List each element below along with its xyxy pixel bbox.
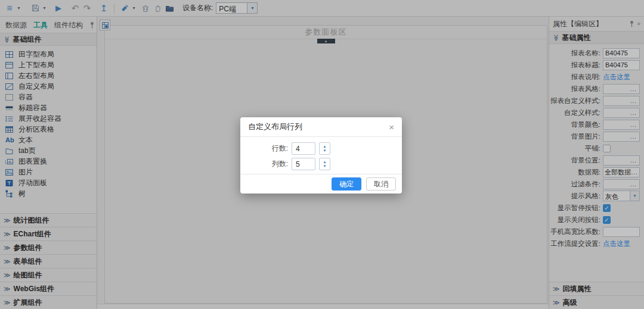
dialog-body: 行数: ▲ ▼ 列数: ▲ ▼ xyxy=(240,137,402,174)
cols-input[interactable] xyxy=(292,158,315,170)
spinner-up-icon[interactable]: ▲ xyxy=(323,160,327,164)
rows-field-row: 行数: ▲ ▼ xyxy=(268,142,402,155)
dialog-title: 自定义布局行列 xyxy=(248,121,302,132)
dialog-footer: 确定 取消 xyxy=(240,174,402,193)
rows-stepper[interactable]: ▲ ▼ xyxy=(319,142,330,155)
rows-label: 行数: xyxy=(268,143,288,154)
close-icon[interactable]: × xyxy=(389,123,394,132)
cancel-button[interactable]: 取消 xyxy=(366,177,396,191)
spinner-down-icon[interactable]: ▼ xyxy=(323,164,327,168)
spinner-down-icon[interactable]: ▼ xyxy=(323,149,327,153)
ok-button[interactable]: 确定 xyxy=(332,177,361,191)
cols-stepper[interactable]: ▲ ▼ xyxy=(319,158,330,170)
cols-field-row: 列数: ▲ ▼ xyxy=(268,158,402,170)
app-root: ≡ ▼ ▼ ▶ ↶ ↷ ↥ ▼ 设备名称: PC端 ▼ 数据源 xyxy=(0,0,644,309)
rows-input[interactable] xyxy=(292,142,315,155)
cols-label: 列数: xyxy=(268,159,288,169)
custom-layout-dialog: 自定义布局行列 × 行数: ▲ ▼ 列数: ▲ ▼ 确定 xyxy=(240,117,402,193)
spinner-up-icon[interactable]: ▲ xyxy=(323,145,327,149)
dialog-header: 自定义布局行列 × xyxy=(240,117,402,137)
